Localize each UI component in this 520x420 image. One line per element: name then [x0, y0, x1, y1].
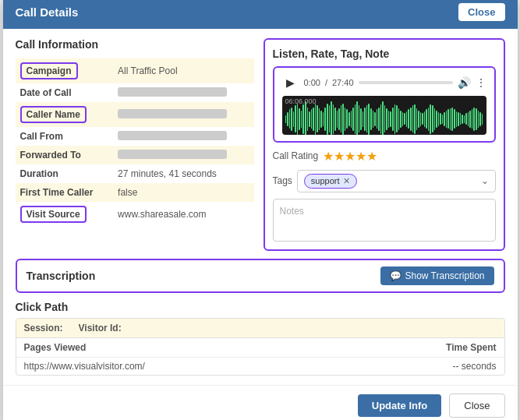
info-value: All Traffic Pool [113, 58, 253, 83]
waveform-bar [311, 109, 313, 129]
waveform-bar [309, 111, 310, 127]
waveform-bar [299, 108, 300, 130]
waveform-bar [406, 111, 408, 127]
waveform-bar [432, 105, 433, 132]
time-spent: -- seconds [452, 361, 496, 372]
waveform-bar [348, 112, 350, 126]
volume-icon[interactable]: 🔊 [458, 76, 471, 89]
modal-footer: Update Info Close [3, 385, 518, 421]
waveform-bar [301, 111, 302, 128]
waveform-bar [446, 111, 447, 128]
call-information-title: Call Information [16, 38, 254, 51]
waveform-bar [410, 108, 412, 131]
chevron-down-icon: ⌄ [481, 175, 489, 186]
waveform-bar [338, 108, 340, 130]
waveform-bar [382, 101, 384, 135]
current-time: 0:00 [304, 78, 320, 87]
waveform-bar [442, 115, 444, 124]
info-label: Campaign [16, 58, 114, 83]
waveform-bar [464, 115, 465, 123]
waveform-bar [329, 105, 331, 132]
waveform-bar [478, 111, 479, 128]
progress-bar[interactable] [359, 81, 453, 84]
waveform-bar [418, 111, 419, 128]
waveform-bar [370, 108, 372, 130]
waveform-bar [293, 111, 295, 127]
waveform-bar [313, 108, 314, 131]
waveform-bar [440, 113, 441, 125]
waveform-bar [324, 108, 326, 131]
waveform-bar [392, 108, 394, 131]
waveform-bar [428, 108, 430, 131]
info-value [113, 102, 253, 127]
waveform-bar [364, 108, 366, 131]
waveform-bar [434, 108, 436, 130]
waveform-bar [323, 112, 324, 126]
waveform-bar [351, 111, 352, 128]
play-button[interactable]: ▶ [282, 74, 299, 91]
waveform-bar [345, 108, 346, 131]
waveform-bar [295, 105, 296, 132]
waveform-bar [451, 108, 453, 131]
info-value [113, 127, 253, 146]
waveform-bar [380, 104, 382, 134]
modal-title: Call Details [16, 5, 79, 19]
waveform-bar [366, 105, 368, 132]
waveform-bar [473, 108, 475, 131]
tag-value: support [311, 176, 340, 185]
notes-placeholder: Notes [280, 206, 304, 217]
call-details-modal: Call Details Close Call Information Camp… [3, 0, 518, 420]
time-sep: / [325, 78, 327, 87]
listen-rate-title: Listen, Rate, Tag, Note [273, 48, 496, 60]
waveform-bar [333, 104, 334, 134]
waveform-bar [356, 101, 358, 135]
info-label: Visit Source [16, 202, 114, 227]
waveform: 06:06.000 [282, 96, 486, 135]
audio-menu-icon[interactable]: ⋮ [476, 76, 486, 89]
waveform-bar [398, 108, 400, 130]
waveform-bar [479, 112, 481, 126]
waveform-bar [368, 104, 370, 135]
header-close-button[interactable]: Close [458, 3, 504, 21]
waveform-bar [360, 108, 362, 130]
waveform-bar [422, 113, 423, 125]
notes-area[interactable]: Notes [273, 199, 496, 242]
total-time: 27:40 [332, 78, 354, 87]
show-transcription-button[interactable]: 💬 Show Transcription [380, 266, 493, 285]
waveform-bar [476, 108, 477, 130]
waveform-bar [319, 108, 320, 130]
waveform-bar [424, 111, 426, 127]
info-label: Duration [16, 164, 114, 183]
waveform-bar [334, 108, 336, 131]
session-label: Session: [24, 323, 63, 334]
waveform-bar [412, 105, 414, 132]
waveform-bar [291, 108, 292, 131]
tag-remove-icon[interactable]: ✕ [343, 176, 350, 186]
waveform-bar [460, 113, 462, 125]
transcription-title: Transcription [27, 270, 96, 282]
waveform-bar [465, 113, 467, 125]
waveform-bar [458, 112, 459, 126]
waveform-bar [394, 104, 396, 134]
call-info-table: CampaignAll Traffic PoolDate of Call Cal… [16, 58, 254, 227]
info-value: 27 minutes, 41 seconds [113, 164, 253, 183]
page-url: https://www.visualvisitor.com/ [24, 361, 145, 372]
info-label: Caller Name [16, 102, 114, 127]
waveform-bar [468, 112, 469, 126]
waveform-bar [402, 112, 404, 126]
modal-body: Call Information CampaignAll Traffic Poo… [3, 29, 518, 385]
tags-dropdown[interactable]: support ✕ ⌄ [297, 170, 496, 192]
click-path-table: Session: Visitor Id: Pages Viewed Time S… [16, 318, 505, 376]
waveform-bar [342, 104, 344, 135]
waveform-bar [315, 104, 317, 135]
footer-close-button[interactable]: Close [449, 394, 504, 418]
update-info-button[interactable]: Update Info [358, 394, 442, 417]
waveform-bar [305, 101, 306, 135]
waveform-bar [396, 105, 398, 132]
time-col-header: Time Spent [446, 342, 496, 353]
pages-col-header: Pages Viewed [24, 342, 87, 353]
waveform-bar [327, 104, 328, 135]
waveform-bar [378, 108, 380, 131]
star-rating[interactable]: ★★★★★ [323, 149, 377, 164]
waveform-bar [373, 111, 374, 128]
